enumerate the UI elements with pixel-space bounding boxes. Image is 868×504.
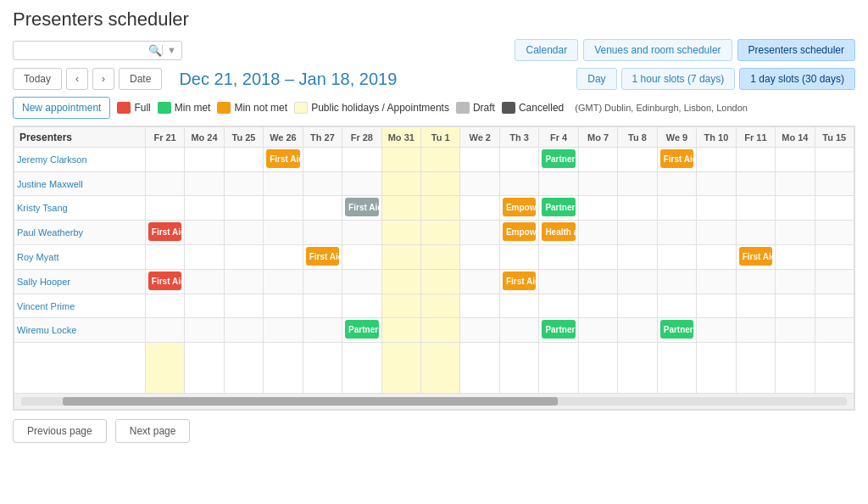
calendar-cell[interactable] <box>303 172 342 196</box>
calendar-cell[interactable] <box>776 245 815 270</box>
calendar-cell-empty[interactable] <box>697 343 736 394</box>
calendar-cell[interactable] <box>499 172 538 196</box>
calendar-cell[interactable] <box>539 270 578 294</box>
event-block[interactable]: First Aid <box>266 149 299 168</box>
calendar-cell[interactable] <box>499 245 538 270</box>
previous-page-button[interactable]: Previous page <box>13 419 107 443</box>
event-block[interactable]: First Aid <box>660 149 693 168</box>
day-button[interactable]: Day <box>576 68 616 90</box>
calendar-cell[interactable] <box>618 172 657 196</box>
calendar-cell[interactable] <box>421 196 460 221</box>
calendar-cell[interactable] <box>815 245 854 270</box>
calendar-cell[interactable] <box>303 270 342 294</box>
venues-room-button[interactable]: Venues and room scheduler <box>583 39 732 61</box>
calendar-cell-empty[interactable] <box>776 343 815 394</box>
calendar-cell[interactable] <box>657 196 696 221</box>
event-block[interactable]: Partner <box>660 320 693 339</box>
calendar-cell[interactable] <box>460 270 499 294</box>
calendar-cell[interactable] <box>264 294 303 318</box>
calendar-button[interactable]: Calendar <box>515 39 578 61</box>
calendar-cell[interactable] <box>776 270 815 294</box>
calendar-cell[interactable] <box>815 318 854 343</box>
calendar-cell[interactable] <box>618 148 657 172</box>
calendar-cell[interactable] <box>460 196 499 221</box>
calendar-cell[interactable] <box>224 172 263 196</box>
calendar-cell[interactable] <box>381 270 420 294</box>
calendar-cell[interactable] <box>185 221 224 245</box>
calendar-cell[interactable] <box>815 172 854 196</box>
calendar-cell-empty[interactable] <box>618 343 657 394</box>
calendar-cell[interactable]: Partner <box>539 318 578 343</box>
calendar-cell[interactable] <box>421 221 460 245</box>
calendar-cell[interactable] <box>264 172 303 196</box>
calendar-cell[interactable] <box>421 294 460 318</box>
calendar-cell[interactable] <box>381 196 420 221</box>
calendar-cell-empty[interactable] <box>224 343 263 394</box>
calendar-cell[interactable] <box>303 148 342 172</box>
calendar-cell[interactable] <box>736 196 775 221</box>
calendar-cell[interactable] <box>185 196 224 221</box>
calendar-cell[interactable] <box>145 148 184 172</box>
calendar-cell[interactable] <box>145 318 184 343</box>
calendar-cell[interactable] <box>697 318 736 343</box>
calendar-cell[interactable] <box>421 148 460 172</box>
calendar-cell[interactable] <box>776 221 815 245</box>
new-appointment-button[interactable]: New appointment <box>13 97 110 119</box>
calendar-cell[interactable] <box>657 270 696 294</box>
calendar-cell-empty[interactable] <box>342 343 381 394</box>
calendar-cell[interactable] <box>815 148 854 172</box>
event-block[interactable]: Partner <box>542 320 575 339</box>
event-block[interactable]: First Aid <box>345 198 378 216</box>
calendar-cell[interactable] <box>145 245 184 270</box>
calendar-cell[interactable] <box>499 318 538 343</box>
calendar-cell[interactable] <box>736 270 775 294</box>
calendar-cell-empty[interactable] <box>264 343 303 394</box>
calendar-cell[interactable] <box>776 148 815 172</box>
calendar-cell-empty[interactable] <box>815 343 854 394</box>
calendar-cell-empty[interactable] <box>303 343 342 394</box>
calendar-cell[interactable] <box>342 294 381 318</box>
calendar-cell[interactable] <box>224 221 263 245</box>
calendar-cell[interactable] <box>185 270 224 294</box>
calendar-cell-empty[interactable] <box>736 343 775 394</box>
calendar-cell[interactable] <box>381 294 420 318</box>
calendar-cell[interactable] <box>539 245 578 270</box>
calendar-cell[interactable] <box>736 294 775 318</box>
calendar-cell[interactable] <box>578 148 617 172</box>
calendar-cell-empty[interactable] <box>185 343 224 394</box>
calendar-cell[interactable] <box>697 172 736 196</box>
calendar-cell[interactable] <box>460 172 499 196</box>
calendar-cell[interactable] <box>539 172 578 196</box>
calendar-cell[interactable] <box>145 172 184 196</box>
calendar-cell-empty[interactable] <box>381 343 420 394</box>
calendar-cell[interactable] <box>460 318 499 343</box>
calendar-cell[interactable] <box>618 318 657 343</box>
calendar-cell[interactable]: Empow <box>499 221 538 245</box>
calendar-cell[interactable] <box>736 148 775 172</box>
calendar-cell[interactable] <box>499 148 538 172</box>
search-input[interactable] <box>19 44 148 56</box>
calendar-cell[interactable] <box>185 148 224 172</box>
calendar-cell[interactable] <box>145 294 184 318</box>
calendar-cell[interactable] <box>697 196 736 221</box>
calendar-cell[interactable] <box>381 221 420 245</box>
calendar-cell[interactable] <box>460 245 499 270</box>
calendar-cell[interactable] <box>224 245 263 270</box>
calendar-cell[interactable] <box>303 294 342 318</box>
calendar-cell[interactable]: First Aid <box>303 245 342 270</box>
calendar-cell[interactable] <box>736 172 775 196</box>
calendar-cell[interactable] <box>264 221 303 245</box>
calendar-cell[interactable] <box>264 245 303 270</box>
calendar-cell[interactable] <box>578 294 617 318</box>
calendar-cell[interactable] <box>381 172 420 196</box>
event-block[interactable]: First Aid <box>306 247 339 266</box>
calendar-cell[interactable] <box>342 148 381 172</box>
calendar-cell[interactable] <box>381 318 420 343</box>
calendar-cell-empty[interactable] <box>499 343 538 394</box>
calendar-cell[interactable] <box>460 221 499 245</box>
calendar-cell[interactable] <box>578 221 617 245</box>
event-block[interactable]: Partner <box>542 198 575 216</box>
calendar-cell[interactable] <box>815 270 854 294</box>
calendar-cell[interactable] <box>421 270 460 294</box>
calendar-cell[interactable]: Partner <box>539 196 578 221</box>
